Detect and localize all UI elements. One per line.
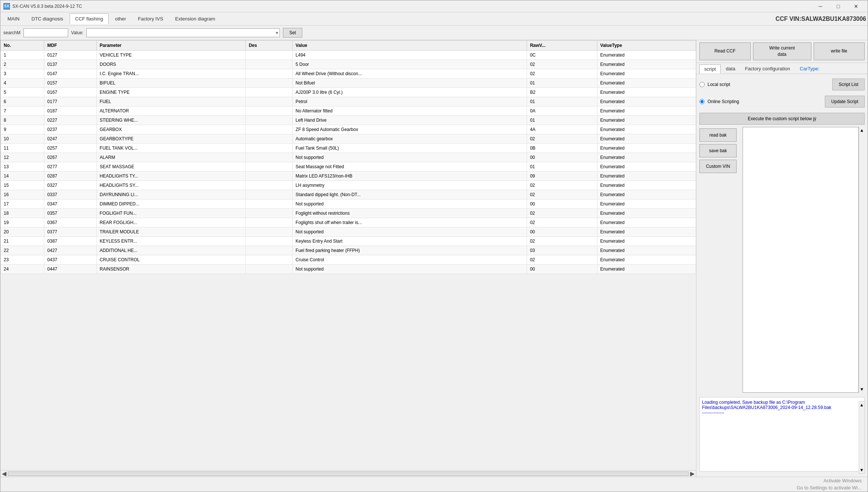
table-row[interactable]: 120267ALARMNot supported00Enumerated (1, 153, 696, 162)
table-row[interactable]: 60177FUELPetrol01Enumerated (1, 97, 696, 106)
table-cell: No Alternator fitted (293, 106, 527, 116)
tab-extension[interactable]: Extension diagram (169, 13, 221, 24)
table-cell: Enumerated (597, 255, 696, 265)
table-cell: 0187 (44, 106, 97, 116)
table-cell (246, 190, 293, 199)
table-cell: 0B (527, 144, 597, 153)
tab-dtc[interactable]: DTC diagnosis (26, 13, 69, 24)
local-script-radio[interactable] (699, 82, 705, 87)
tab-other[interactable]: other (109, 13, 132, 24)
script-list-button[interactable]: Script List (832, 79, 865, 90)
table-cell: Not supported (293, 153, 527, 162)
value-dropdown[interactable]: ▼ (86, 28, 280, 37)
write-current-data-button[interactable]: Write currentdata (753, 42, 811, 60)
update-script-button[interactable]: Update Script (825, 96, 865, 108)
table-row[interactable]: 180357FOGLIGHT FUN...Foglight without re… (1, 209, 696, 218)
table-cell: ENGINE TYPE (96, 88, 246, 97)
table-row[interactable]: 160337DAYRUNNING LI...Standard dipped li… (1, 190, 696, 199)
table-cell: All Wheel Drive (Without discon... (293, 69, 527, 79)
read-bak-button[interactable]: read bak (699, 128, 737, 142)
table-row[interactable]: 20137DOORS5 Door02Enumerated (1, 60, 696, 69)
table-row[interactable]: 90237GEARBOXZF 8 Speed Automatic Gearbox… (1, 125, 696, 134)
minimize-button[interactable]: ─ (812, 1, 829, 12)
table-row[interactable]: 70187ALTERNATORNo Alternator fitted0AEnu… (1, 106, 696, 116)
search-input[interactable] (23, 28, 68, 37)
table-row[interactable]: 30147I.C. Engine TRAN...All Wheel Drive … (1, 69, 696, 79)
table-row[interactable]: 200377TRAILER MODULENot supported00Enume… (1, 227, 696, 237)
script-textarea[interactable] (743, 127, 859, 393)
table-row[interactable]: 80227STEERING WHE...Left Hand Drive01Enu… (1, 116, 696, 125)
table-cell (246, 79, 293, 88)
table-cell: 02 (527, 190, 597, 199)
table-cell: 02 (527, 255, 597, 265)
table-row[interactable]: 10127VEHICLE TYPEL4940CEnumerated (1, 51, 696, 60)
custom-vin-button[interactable]: Custom VIN (699, 160, 737, 173)
table-cell: 0167 (44, 88, 97, 97)
tab-factory-ivs[interactable]: Factory IVS (133, 13, 169, 24)
table-row[interactable]: 190367REAR FOGLIGH...Foglights shut off … (1, 218, 696, 227)
table-row[interactable]: 110257FUEL TANK VOL...Fuel Tank Small (5… (1, 144, 696, 153)
table-cell (246, 134, 293, 144)
table-cell: 20 (1, 227, 44, 237)
table-cell: Enumerated (597, 246, 696, 255)
log-scroll-up-icon[interactable]: ▲ (859, 402, 864, 408)
table-container[interactable]: No. MDF Parameter Des Value RawV... Valu… (0, 40, 696, 470)
table-cell: STEERING WHE... (96, 116, 246, 125)
activate-windows-text: Activate Windows Go to Settings to activ… (797, 477, 862, 491)
toolbar: searchM Value: ▼ Set (0, 26, 868, 40)
table-row[interactable]: 50167ENGINE TYPEAJ200P 3.0 litre (6 Cyl.… (1, 88, 696, 97)
tab-main[interactable]: MAIN (2, 13, 25, 24)
table-row[interactable]: 240447RAINSENSORNot supported00Enumerate… (1, 265, 696, 274)
table-cell: Left Hand Drive (293, 116, 527, 125)
table-cell: Enumerated (597, 209, 696, 218)
table-cell: 16 (1, 190, 44, 199)
write-file-button[interactable]: write file (814, 42, 865, 60)
table-row[interactable]: 150327HEADLIGHTS SY...LH asymmetry02Enum… (1, 181, 696, 190)
tab-cartype[interactable]: CarType: (795, 64, 824, 74)
table-cell: RAINSENSOR (96, 265, 246, 274)
save-bak-button[interactable]: save bak (699, 144, 737, 157)
maximize-button[interactable]: □ (830, 1, 847, 12)
table-cell: 0247 (44, 134, 97, 144)
execute-button[interactable]: Execute the custom script below jý (699, 113, 865, 125)
read-ccf-button[interactable]: Read CCF (699, 42, 751, 60)
table-cell: Enumerated (597, 144, 696, 153)
table-cell: Fuel fired parking heater (FFPH) (293, 246, 527, 255)
tab-factory-config[interactable]: Factory configuration (740, 64, 794, 74)
log-scroll-down-icon[interactable]: ▼ (859, 467, 864, 473)
table-cell: 1 (1, 51, 44, 60)
tab-ccf[interactable]: CCF flashing (70, 13, 109, 24)
set-button[interactable]: Set (283, 28, 302, 38)
scroll-down-icon[interactable]: ▼ (860, 387, 864, 392)
table-cell: GEARBOX (96, 125, 246, 134)
table-cell: 0437 (44, 255, 97, 265)
table-cell: Standard dipped light. (Non-DT... (293, 190, 527, 199)
table-cell: Enumerated (597, 79, 696, 88)
table-cell: Enumerated (597, 172, 696, 181)
tab-script[interactable]: script (699, 64, 721, 74)
script-scrollbar[interactable]: ▲ ▼ (859, 127, 865, 393)
log-scrollbar[interactable]: ▲ ▼ (859, 401, 865, 474)
online-scripting-row: Online Scripting (699, 98, 739, 106)
table-row[interactable]: 100247GEARBOXTYPEAutomatic gearbox02Enum… (1, 134, 696, 144)
table-cell: FUEL (96, 97, 246, 106)
table-row[interactable]: 210387KEYLESS ENTR...Keyless Entry And S… (1, 237, 696, 246)
table-row[interactable]: 40157BIFUELNot Bifuel01Enumerated (1, 79, 696, 88)
table-cell: 02 (527, 237, 597, 246)
table-cell: Enumerated (597, 97, 696, 106)
table-row[interactable]: 130277SEAT MASSAGESeat Massage not Fitte… (1, 162, 696, 172)
log-separator: --------------- (702, 410, 862, 415)
col-no: No. (1, 41, 44, 51)
horizontal-scrollbar[interactable]: ◀ ▶ (0, 470, 696, 477)
table-row[interactable]: 140287HEADLIGHTS TY...Matrix LED AFS123/… (1, 172, 696, 181)
tab-data[interactable]: data (721, 64, 740, 74)
table-row[interactable]: 220427ADDITIONAL HE...Fuel fired parking… (1, 246, 696, 255)
close-button[interactable]: ✕ (848, 1, 865, 12)
table-row[interactable]: 230437CRUISE CONTROLCruise Control02Enum… (1, 255, 696, 265)
col-valuetype: ValueType (597, 41, 696, 51)
scroll-up-icon[interactable]: ▲ (860, 128, 864, 133)
table-cell: 0357 (44, 209, 97, 218)
table-row[interactable]: 170347DIMMED DIPPED...Not supported00Enu… (1, 199, 696, 209)
left-panel: No. MDF Parameter Des Value RawV... Valu… (0, 40, 696, 477)
online-script-radio[interactable] (699, 99, 705, 104)
